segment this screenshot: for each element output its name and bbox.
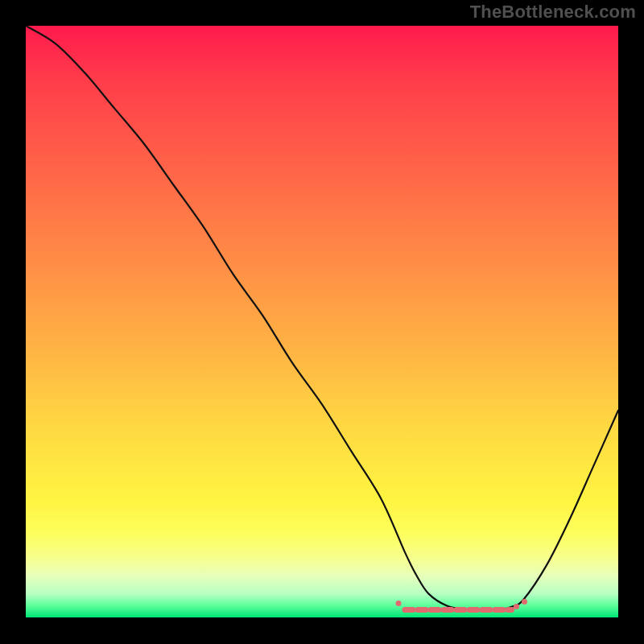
- optimal-zone-markers: [396, 599, 528, 610]
- optimal-marker-dot: [514, 604, 519, 609]
- curve-svg: [26, 26, 618, 617]
- optimal-marker-dot: [396, 601, 402, 606]
- optimal-marker-dot: [522, 599, 527, 605]
- plot-area: [26, 26, 618, 617]
- bottleneck-curve: [26, 26, 618, 610]
- watermark-text: TheBottleneck.com: [470, 2, 636, 23]
- chart-frame: TheBottleneck.com: [0, 0, 644, 644]
